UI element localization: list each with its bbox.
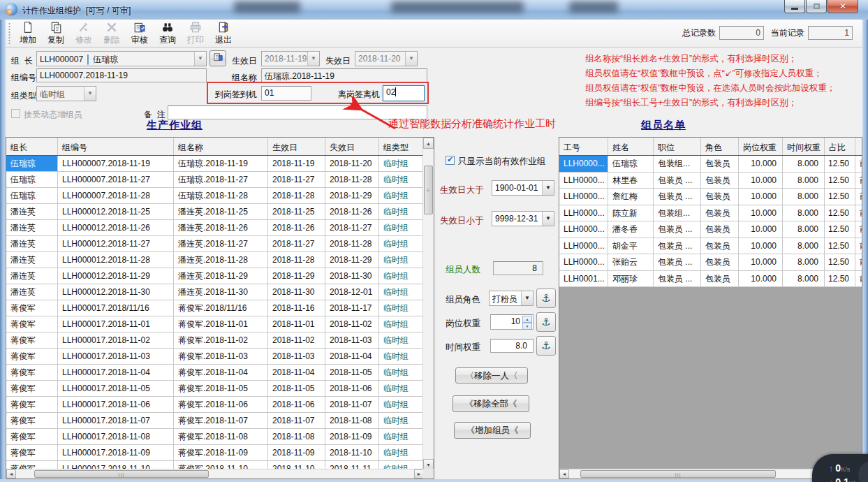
card-reader-button[interactable]	[209, 50, 226, 66]
scroll-left-icon[interactable]: ◄	[559, 469, 569, 479]
table-cell[interactable]: 12.50	[825, 238, 855, 255]
remove-one-button[interactable]: 〈移除一人〈	[455, 367, 528, 384]
anchor-post-weight-button[interactable]: ⚓	[536, 312, 556, 332]
table-row[interactable]: 蒋俊军LLH000017.2018-11-02蒋俊军.2018-11-02201…	[6, 333, 423, 349]
table-cell[interactable]: 临时组	[379, 445, 423, 461]
table-cell[interactable]: 10.000	[739, 254, 783, 271]
table-cell[interactable]: 潘连英	[6, 252, 58, 268]
table-cell[interactable]: 邓丽珍	[608, 271, 654, 288]
add-button[interactable]: 增加	[14, 21, 42, 46]
column-header[interactable]	[855, 138, 862, 155]
table-cell[interactable]: 临时组	[379, 397, 423, 413]
table-cell[interactable]: 12.50	[825, 254, 855, 271]
table-cell[interactable]: 8.000	[783, 254, 825, 271]
table-cell[interactable]: 潘连英	[6, 220, 58, 236]
table-cell[interactable]: 12.50	[825, 173, 855, 189]
table-cell[interactable]: 胡金平	[608, 238, 654, 255]
table-cell[interactable]: 临时组	[379, 188, 423, 204]
chevron-down-icon[interactable]: ▼	[542, 212, 554, 226]
table-cell[interactable]: 8.000	[783, 173, 825, 189]
exit-button[interactable]: 退出	[209, 21, 237, 46]
copy-button[interactable]: 复制	[42, 21, 70, 46]
table-cell[interactable]: 12.50	[825, 205, 855, 222]
table-cell[interactable]: LLH000012.2018-11-27	[58, 236, 174, 252]
chevron-down-icon[interactable]: ▼	[307, 52, 319, 66]
table-row[interactable]: LLH0000...胡金平包装员 ...包装员10.0008.00012.50前	[559, 238, 862, 255]
table-cell[interactable]: LLH000017.2018-11-09	[58, 445, 174, 461]
table-cell[interactable]: LLH000017.2018-11-07	[58, 413, 174, 429]
anchor-time-weight-button[interactable]: ⚓	[536, 336, 556, 356]
table-cell[interactable]: 2018-11-09	[268, 445, 325, 461]
table-cell[interactable]: LLH0000...	[559, 189, 608, 205]
table-cell[interactable]: 2018-11-17	[325, 300, 379, 316]
anchor-role-button[interactable]: ⚓	[536, 289, 556, 308]
table-cell[interactable]: 2018-11-06	[325, 381, 379, 397]
table-cell[interactable]: 詹红梅	[608, 189, 654, 205]
table-cell[interactable]: 2018-11-29	[325, 252, 379, 268]
table-cell[interactable]: 临时组	[379, 333, 423, 349]
table-cell[interactable]: 2018-11-27	[268, 236, 325, 252]
column-header[interactable]: 岗位权重	[739, 138, 783, 155]
table-cell[interactable]: 前	[855, 221, 862, 238]
table-cell[interactable]: 包装员	[701, 156, 739, 173]
table-cell[interactable]: 伍瑞琼.2018-11-19	[174, 156, 268, 172]
table-cell[interactable]: 临时组	[379, 204, 423, 220]
table-cell[interactable]: 潘冬香	[608, 221, 654, 238]
scroll-up-icon[interactable]: ▲	[423, 138, 434, 149]
title-bar[interactable]: 计件作业组维护 [可写 / 可审] ✕	[0, 0, 868, 20]
show-active-checkbox[interactable]	[446, 156, 455, 165]
table-cell[interactable]: 10.000	[739, 173, 783, 189]
table-cell[interactable]: 2018-11-28	[268, 252, 325, 268]
column-header[interactable]: 组编号	[58, 138, 174, 155]
table-row[interactable]: LLH0001...邓丽珍包装员 ...包装员10.0008.00012.50前	[559, 271, 862, 288]
table-row[interactable]: 潘连英LLH000012.2018-11-26潘连英.2018-11-26201…	[6, 220, 423, 236]
table-cell[interactable]: 包装员	[701, 221, 739, 238]
table-cell[interactable]: 临时组	[379, 381, 423, 397]
table-cell[interactable]: 临时组	[379, 429, 423, 445]
table-cell[interactable]: 临时组	[379, 316, 423, 333]
table-cell[interactable]: LLH0000...	[559, 238, 608, 255]
table-cell[interactable]: 张贻云	[608, 254, 654, 271]
table-cell[interactable]: 伍瑞琼.2018-11-28	[174, 188, 268, 204]
spin-up-icon[interactable]: ▲	[522, 316, 532, 323]
table-cell[interactable]: LLH000017.2018-11-08	[58, 429, 174, 445]
table-cell[interactable]: 潘连英.2018-11-29	[174, 268, 268, 284]
table-row[interactable]: 潘连英LLH000012.2018-11-30潘连英.2018-11-30201…	[6, 284, 423, 300]
table-cell[interactable]: 10.000	[739, 238, 783, 255]
close-button[interactable]: ✕	[827, 0, 858, 13]
table-cell[interactable]: 伍瑞琼	[608, 156, 654, 173]
post-weight-spinner[interactable]: 10 ▲▼	[490, 314, 534, 330]
table-cell[interactable]: 2018-11-28	[325, 236, 379, 252]
table-row[interactable]: 蒋俊军LLH000017.2018/11/16蒋俊军.2018/11/16201…	[6, 300, 423, 316]
table-cell[interactable]: 2018-11-25	[268, 204, 325, 220]
table-row[interactable]: 潘连英LLH000012.2018-11-25潘连英.2018-11-25201…	[6, 204, 423, 220]
vertical-scrollbar[interactable]: ▲ ≡ ▼	[422, 138, 434, 470]
table-cell[interactable]: LLH0000...	[559, 221, 608, 238]
table-cell[interactable]: 蒋俊军	[6, 413, 58, 429]
table-cell[interactable]: LLH000017.2018-11-03	[58, 349, 174, 365]
table-cell[interactable]: 蒋俊军.2018/11/16	[174, 300, 268, 316]
table-cell[interactable]: 12.50	[825, 221, 855, 238]
query-button[interactable]: 查询	[154, 21, 182, 46]
table-cell[interactable]: 临时组	[379, 172, 423, 188]
table-cell[interactable]: 8.000	[783, 189, 825, 205]
table-cell[interactable]: LLH000012.2018-11-26	[58, 220, 174, 236]
table-cell[interactable]: 潘连英.2018-11-27	[174, 236, 268, 252]
table-cell[interactable]: 蒋俊军.2018-11-08	[174, 429, 268, 445]
table-cell[interactable]: LLH0001...	[559, 271, 608, 288]
chevron-down-icon[interactable]: ▼	[84, 87, 96, 101]
column-header[interactable]: 角色	[701, 138, 739, 155]
table-cell[interactable]: 2018-11-29	[325, 188, 379, 204]
table-cell[interactable]: 包装员 ...	[654, 271, 701, 288]
table-cell[interactable]: 2018-11-30	[268, 284, 325, 300]
table-cell[interactable]: 2018-11-20	[325, 156, 379, 172]
table-cell[interactable]: 蒋俊军	[6, 381, 58, 397]
table-cell[interactable]: 2018-11-07	[325, 397, 379, 413]
table-cell[interactable]: LLH0000...	[559, 173, 608, 189]
table-cell[interactable]: LLH000017.2018/11/16	[58, 300, 174, 316]
table-cell[interactable]: 2018-11-27	[268, 172, 325, 188]
table-cell[interactable]: 前	[855, 173, 862, 189]
table-cell[interactable]: 2018-11-07	[268, 413, 325, 429]
leader-combo[interactable]: LLH000007 │ 伍瑞琼▼	[36, 51, 207, 66]
chevron-down-icon[interactable]: ▼	[521, 291, 533, 305]
